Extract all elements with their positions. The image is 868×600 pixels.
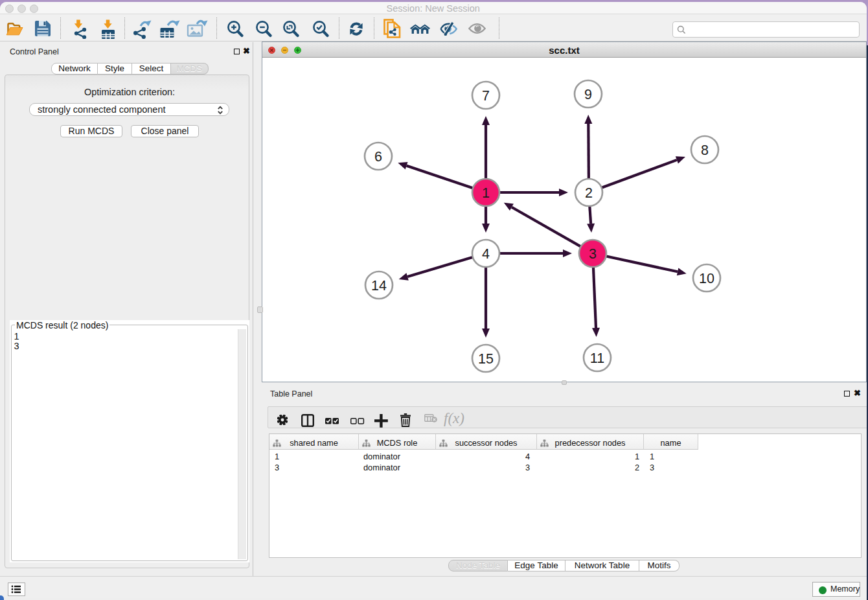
svg-text:3: 3 <box>589 246 597 262</box>
svg-text:2: 2 <box>585 185 593 201</box>
svg-text:11: 11 <box>590 351 604 366</box>
svg-text:9: 9 <box>584 87 592 102</box>
svg-text:8: 8 <box>701 143 709 158</box>
svg-text:4: 4 <box>482 246 490 262</box>
svg-text:15: 15 <box>478 351 494 367</box>
svg-text:14: 14 <box>371 278 387 294</box>
svg-text:6: 6 <box>374 149 382 165</box>
svg-text:10: 10 <box>699 271 714 286</box>
svg-text:1: 1 <box>482 185 490 201</box>
svg-text:7: 7 <box>482 88 490 104</box>
